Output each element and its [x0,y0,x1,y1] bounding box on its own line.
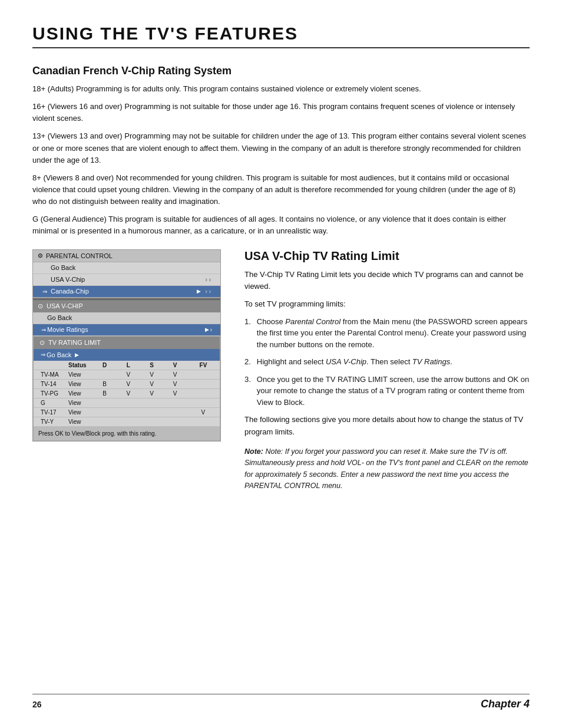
canada-chip-dots: › › [206,288,211,295]
table-row[interactable]: TV-PG View B V V V [34,388,220,398]
v-g [163,398,187,407]
col-fv: FV [187,361,220,370]
l-tv-17 [117,407,140,417]
col-s: S [140,361,164,370]
v-tv-ma: V [163,370,187,379]
col-rating [34,361,66,370]
d-tv-14: B [92,379,117,388]
usa-intro: The V-Chip TV Rating Limit lets you deci… [244,269,530,292]
fv-tv-14 [187,379,220,388]
v-tv-14: V [163,379,187,388]
status-tv-14: View [66,379,92,388]
l-tv-pg: V [117,388,140,398]
rating-tv-14: TV-14 [34,379,66,388]
arrow-canada: ⇒ [42,288,48,295]
page-number: 26 [32,700,42,709]
page-header: Using the TV's Features [32,24,530,48]
usa-heading: USA V-Chip TV Rating Limit [244,249,530,263]
parental-control-icon: ⊙ [38,252,42,259]
col-v: V [163,361,187,370]
fv-tv-17: V [187,407,220,417]
tv-menu: ⊙ PARENTAL CONTROL Go Back USA V-Chip › … [32,249,221,442]
l-g [117,398,140,407]
usa-vchip-row[interactable]: USA V-Chip › › [33,274,220,286]
canadian-para-1: 18+ (Adults) Programming is for adults o… [32,83,530,95]
usa-note: Note: Note: If you forget your password … [244,446,530,492]
s-tv-ma: V [140,370,164,379]
canadian-para-3: 13+ (Viewers 13 and over) Programming ma… [32,130,530,166]
d-tv-ma [92,370,117,379]
canadian-heading: Canadian French V-Chip Rating System [32,65,530,77]
s-tv-y [140,417,164,426]
d-tv-17 [92,407,117,417]
fv-g [187,398,220,407]
usa-following: The following sections give you more det… [244,414,530,437]
rating-tv-ma: TV-MA [34,370,66,379]
step-3: 3. Once you get to the TV RATING LIMIT s… [244,374,530,409]
step-2-text: Highlight and select USA V-Chip. Then se… [257,356,452,368]
canadian-section: Canadian French V-Chip Rating System 18+… [32,65,530,238]
usa-vchip-section-label: USA V-CHIP [47,302,83,309]
movie-ratings-dots: › [210,327,212,333]
usa-vchip-label: USA V-Chip [51,276,203,283]
step-2: 2. Highlight and select USA V-Chip. Then… [244,356,530,368]
go-back-row-3[interactable]: ⇒ Go Back ▶ [34,349,220,361]
v-tv-y [163,417,187,426]
movie-ratings-row[interactable]: ⇒ Movie Ratings ▶ › [33,324,220,336]
d-tv-y [92,417,117,426]
parental-control-label: PARENTAL CONTROL [46,252,113,259]
go-back-label-3: Go Back [47,351,71,358]
usa-vchip-dots: › › [206,276,211,283]
table-row[interactable]: TV-Y View [34,417,220,426]
step-2-num: 2. [244,356,251,368]
arrow-movie: ⇒ [41,327,47,333]
tv-note-text: Press OK to View/Block prog. with this r… [38,430,156,437]
status-tv-ma: View [66,370,92,379]
l-tv-14: V [117,379,140,388]
page-footer: 26 Chapter 4 [32,694,530,710]
fv-tv-y [187,417,220,426]
table-row[interactable]: TV-MA View V V V [34,370,220,379]
two-column-layout: ⊙ PARENTAL CONTROL Go Back USA V-Chip › … [32,249,530,492]
go-back-row-1[interactable]: Go Back [33,262,220,274]
s-g [140,398,164,407]
usa-section: USA V-Chip TV Rating Limit The V-Chip TV… [244,249,530,492]
v-tv-17 [163,407,187,417]
step-1: 1. Choose Parental Control from the Main… [244,316,530,351]
step-1-num: 1. [244,316,251,351]
fv-tv-ma [187,370,220,379]
status-g: View [66,398,92,407]
usa-vchip-icon: ⊙ [38,302,43,310]
l-tv-y [117,417,140,426]
tv-menu-column: ⊙ PARENTAL CONTROL Go Back USA V-Chip › … [32,249,227,492]
usa-steps: 1. Choose Parental Control from the Main… [244,316,530,409]
go-back-label-2: Go Back [47,314,72,321]
canada-chip-row[interactable]: ⇒ Canada-Chip ▶ › › [33,286,220,298]
chapter-label: Chapter [481,698,521,710]
ratings-table: Status D L S V FV TV-MA View [34,361,220,427]
arrow-3: ⇒ [41,351,47,358]
tv-rating-panel: ⊙ TV RATING LIMIT ⇒ Go Back ▶ Status [33,336,220,441]
go-back-row-2[interactable]: Go Back [33,312,220,324]
go-back-arrow: ▶ [75,352,79,358]
table-row[interactable]: TV-14 View B V V V [34,379,220,388]
page: Using the TV's Features Canadian French … [0,0,562,728]
status-tv-pg: View [66,388,92,398]
usa-to-set: To set TV programming limits: [244,298,530,310]
rating-g: G [34,398,66,407]
table-row[interactable]: G View [34,398,220,407]
step-1-text: Choose Parental Control from the Main me… [257,316,530,351]
rating-tv-pg: TV-PG [34,388,66,398]
tv-rating-limit-header: ⊙ TV RATING LIMIT [34,337,220,349]
table-row[interactable]: TV-17 View V [34,407,220,417]
canadian-para-4: 8+ (Viewers 8 and over) Not recommended … [32,172,530,207]
canada-chip-label: Canada-Chip [51,288,194,295]
s-tv-pg: V [140,388,164,398]
page-title: Using the TV's Features [32,24,530,44]
col-l: L [117,361,140,370]
col-status: Status [66,361,92,370]
movie-ratings-label: Movie Ratings [47,326,88,333]
movie-ratings-arrow: ▶ [205,327,209,332]
canadian-para-5: G (General Audience) This program is sui… [32,213,530,237]
canadian-para-2: 16+ (Viewers 16 and over) Programming is… [32,101,530,124]
